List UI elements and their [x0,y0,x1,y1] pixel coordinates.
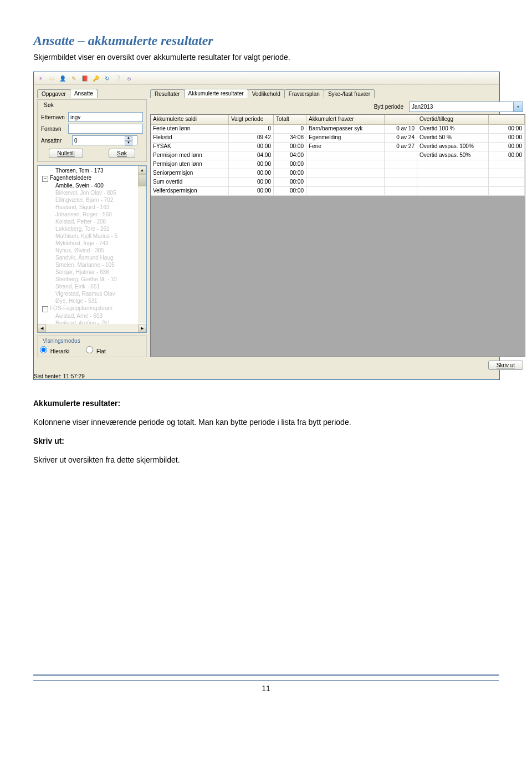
fornavn-input[interactable] [68,124,143,134]
tree-collapse-icon[interactable]: − [42,176,48,182]
tree-item[interactable]: Birkervol, Jon Olav - 805 [39,189,145,196]
book-icon[interactable]: 📕 [80,74,89,83]
tree-item[interactable]: Solbjør, Hjalmar - 636 [39,268,145,276]
tab-oppgaver[interactable]: Oppgaver [37,89,70,98]
tree-item[interactable]: Nyhus, Øivind - 305 [39,247,145,254]
tree-item[interactable]: Løkkeberg, Tore - 261 [39,225,145,232]
skriv-title: Skriv ut: [33,437,64,445]
tree-item[interactable]: Øye, Helge - 531 [39,297,145,305]
akk-title: Akkumulerte resultater: [33,399,120,408]
refresh-icon[interactable]: ↻ [103,74,111,83]
table-cell: 00:00 [274,169,306,178]
scroll-right-icon[interactable]: ▶ [138,324,146,332]
tree-item[interactable]: Amblie, Svein - 400 [39,182,145,189]
table-cell: 00:00 [489,151,525,160]
table-cell: 00:00 [229,143,274,151]
table-cell [417,187,489,196]
table-cell: 04:00 [229,151,274,160]
nullstill-button[interactable]: Nullstill [49,149,83,158]
tree-item[interactable]: Vigrestad, Rasmus Olav [39,290,145,297]
tree-item[interactable]: Johansen, Roger - 560 [39,211,145,218]
tree-item[interactable]: Haaland, Sigurd - 163 [39,204,145,211]
table-cell: Overtid 100 % [417,125,489,134]
toolbar-icon-2[interactable]: ▭ [47,74,56,83]
period-combo[interactable]: Jan2013 ▼ [409,102,523,112]
toolbar-icon-3[interactable]: ✎ [69,74,78,83]
table-cell [306,160,385,169]
table-cell: 0 [274,125,306,134]
table-cell [489,169,525,178]
tree-item[interactable]: Aulstad, Arne - 603 [39,312,145,320]
table-cell [417,160,489,169]
table-cell: Seniorpermisjon [151,169,229,178]
col-totalt[interactable]: Totalt [274,115,306,125]
help-icon[interactable]: ❔ [114,74,122,83]
skriv-ut-button[interactable]: Skriv ut [488,361,523,370]
user-icon[interactable]: 👤 [58,74,67,83]
chevron-down-icon[interactable]: ▼ [513,102,523,111]
table-cell: Flekstid [151,134,229,143]
table-cell: Permisjon med lønn [151,151,229,160]
table-cell [306,169,385,178]
col-overtid[interactable]: Overtid/tillegg [417,115,489,125]
table-cell: 00:00 [229,187,274,196]
col-valgt[interactable]: Valgt periode [229,115,274,125]
col-akk-saldi[interactable]: Akkumulerte saldi [151,115,229,125]
tab-resultater[interactable]: Resultater [150,89,185,98]
akk-text: Kolonnene viser inneværende periode og t… [33,418,499,427]
tree-item[interactable]: Sandvik, Åsmund Haug [39,254,145,261]
skriv-text: Skriver ut oversikten fra dette skjermbi… [33,455,499,464]
tree-item[interactable]: Ellingvæter, Bjørn - 702 [39,196,145,204]
tab-fravaersplan[interactable]: Fraværsplan [284,89,324,98]
tree-collapse-icon[interactable]: − [42,306,48,312]
table-cell: 0 av 10 [385,125,417,134]
table-cell: 00:00 [274,178,306,187]
employee-tree[interactable]: Thorsen, Tom - 173 −Fagenhetsledere Ambl… [37,165,147,333]
table-cell: Ferie [306,143,385,151]
table-cell: Barn/barnepasser syk [306,125,385,134]
tree-item[interactable]: Myklebust, Inge - 743 [39,240,145,247]
tree-item[interactable]: Mathisen, Kjell Marius - 5 [39,232,145,240]
tree-item[interactable]: Thorsen, Tom - 173 [39,167,145,174]
tab-ansatte[interactable]: Ansatte [70,89,98,98]
etternavn-input[interactable] [68,112,143,122]
spin-down-icon[interactable]: ▼ [125,141,132,146]
scroll-left-icon[interactable]: ◀ [38,324,46,332]
spin-up-icon[interactable]: ▲ [125,136,132,141]
app-screenshot: ✶ ▭ 👤 ✎ 📕 🔑 ↻ ❔ ⎋ Oppgaver Ansatte [33,72,500,380]
table-cell: 0 av 27 [385,143,417,151]
table-cell: Ferie uten lønn [151,125,229,134]
table-cell: Permisjon uten lønn [151,160,229,169]
tab-vedlikehold[interactable]: Vedlikehold [248,89,285,98]
tree-group-fos[interactable]: −FOS-Fagopplæringsteam [39,305,145,312]
table-cell: Overtid 50 % [417,134,489,143]
table-row: Permisjon uten lønn00:0000:00 [151,160,525,169]
tree-item[interactable]: Strand, Eirik - 651 [39,283,145,290]
toolbar-icon-1[interactable]: ✶ [36,74,45,83]
table-cell: 00:00 [229,178,274,187]
tree-item[interactable]: Smeien, Marianne - 105 [39,261,145,268]
scroll-up-icon[interactable]: ▲ [138,166,146,174]
tree-group-fagledere[interactable]: −Fagenhetsledere [39,174,145,182]
radio-hierarki[interactable]: Hierarki [40,346,69,354]
tree-item[interactable]: Kolstad, Petter - 208 [39,218,145,225]
table-cell: Overtid avspas. 100% [417,143,489,151]
key-icon[interactable]: 🔑 [91,74,100,83]
sok-button[interactable]: Søk [109,149,135,158]
col-blank2[interactable] [489,115,525,125]
tab-akkumulerte[interactable]: Akkumulerte resultater [184,89,248,98]
tree-scroll-horizontal[interactable]: ◀ ▶ [38,324,146,332]
table-row: Velferdspermisjon00:0000:00 [151,187,525,196]
tree-scroll-vertical[interactable]: ▲ [138,166,146,323]
col-blank[interactable] [385,115,417,125]
col-akk-fravaer[interactable]: Akkumulert fravær [306,115,385,125]
tab-syke[interactable]: Syke-/fast fravær [324,89,375,98]
ansattnr-label: Ansattnr [41,138,72,144]
tree-item[interactable]: Stenberg, Grethe M. - 10 [39,276,145,283]
table-row: Permisjon med lønn04:0004:00Overtid avsp… [151,151,525,160]
radio-flat[interactable]: Flat [86,346,105,354]
intro-text: Skjermbildet viser en oversikt over akku… [33,53,499,62]
table-cell [385,187,417,196]
table-cell [306,178,385,187]
exit-icon[interactable]: ⎋ [125,74,134,83]
